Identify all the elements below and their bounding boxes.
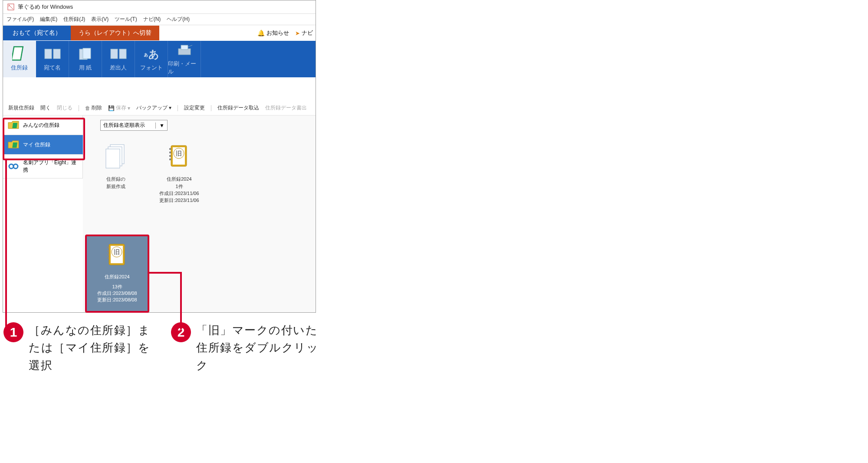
sort-label: 住所録名逆順表示: [103, 122, 145, 129]
navi-label: ナビ: [302, 29, 313, 37]
app-window: 筆ぐるめ for Windows ファイル(F) 編集(E) 住所録(J) 表示…: [3, 0, 316, 313]
tool-backup[interactable]: バックアップ ▾: [136, 104, 171, 112]
card-title: 住所録の: [87, 176, 145, 182]
card-title-2: 新規作成: [87, 183, 145, 190]
card-count: 1件: [151, 183, 208, 190]
svg-rect-32: [107, 254, 109, 255]
svg-rect-11: [12, 123, 17, 128]
tab-row: おもて（宛て名） うら（レイアウト）へ切替 🔔 お知らせ ➤ ナビ: [3, 25, 316, 41]
trash-icon: 🗑: [85, 105, 90, 111]
tab-ura[interactable]: うら（レイアウト）へ切替: [71, 26, 159, 40]
selected-card-wrap: 旧 住所録2024 13件 作成日:2023/08/08 更新日:2023/08…: [85, 235, 149, 313]
card-created: 作成日:2023/08/08: [97, 290, 137, 297]
svg-rect-6: [83, 48, 91, 59]
ribbon-atena[interactable]: 宛て名: [36, 41, 69, 77]
sidebar-item-everyone[interactable]: みんなの住所録: [3, 116, 83, 135]
menu-file[interactable]: ファイル(F): [7, 16, 34, 23]
tool-open[interactable]: 開く: [40, 104, 51, 112]
sidebar-mine-label: マイ 住所録: [23, 141, 50, 149]
book-old-icon: 旧: [106, 242, 128, 268]
content: みんなの住所録 マイ 住所録 名刺アプリ「Eight」連携 住所録名逆順表示 ▼: [3, 116, 316, 312]
ribbon: 住所録 宛て名 用 紙 差出人 ぁあ フォント 印刷・メール: [3, 41, 316, 77]
svg-rect-33: [107, 257, 109, 259]
ribbon-paper[interactable]: 用 紙: [69, 41, 102, 77]
spacer: [3, 77, 316, 101]
link-icon: [7, 161, 20, 172]
tool-settings[interactable]: 設定変更: [184, 104, 205, 112]
menu-help[interactable]: ヘルプ(H): [167, 16, 190, 23]
bell-icon: 🔔: [257, 30, 265, 36]
card-title: 住所録2024: [151, 176, 208, 182]
card-addressbook-2024-selected[interactable]: 旧 住所録2024 13件 作成日:2023/08/08 更新日:2023/08…: [87, 236, 148, 311]
svg-rect-24: [169, 155, 171, 157]
svg-rect-3: [45, 49, 52, 59]
secondary-toolbar: 新規住所録 開く 閉じる 🗑削除 💾保存 ▾ バックアップ ▾ 設定変更 住所録…: [3, 101, 316, 116]
sort-dropdown[interactable]: 住所録名逆順表示 ▼: [100, 120, 168, 131]
annotations: 1 ［みんなの住所録］または［マイ住所録］を選択 2 「旧」マークの付いた住所録…: [3, 321, 326, 374]
svg-rect-4: [53, 49, 60, 59]
ribbon-addressbook[interactable]: 住所録: [3, 41, 36, 77]
tool-save: 💾保存 ▾: [108, 104, 130, 112]
card-count: 13件: [112, 284, 122, 290]
save-icon: 💾: [108, 105, 115, 111]
notice-button[interactable]: 🔔 お知らせ: [254, 29, 293, 37]
card-title: 住所録2024: [105, 274, 129, 280]
title-bar: 筆ぐるめ for Windows: [3, 0, 316, 14]
callout-line-2b: [180, 272, 182, 329]
ribbon-font-label: フォント: [140, 64, 163, 72]
svg-text:旧: 旧: [176, 150, 182, 157]
menu-bar: ファイル(F) 編集(E) 住所録(J) 表示(V) ツール(T) ナビ(N) …: [3, 14, 316, 25]
svg-rect-7: [111, 49, 118, 59]
folder-icon: [7, 139, 20, 150]
svg-rect-25: [169, 159, 171, 160]
svg-rect-8: [119, 49, 126, 59]
tool-new[interactable]: 新規住所録: [8, 104, 34, 112]
svg-rect-10: [181, 45, 188, 50]
sidebar-everyone-label: みんなの住所録: [23, 122, 59, 129]
sidebar-item-mine[interactable]: マイ 住所録: [3, 135, 83, 155]
atena-icon: [44, 46, 61, 62]
tool-export: 住所録データ書出: [265, 104, 307, 112]
card-updated: 更新日:2023/08/08: [97, 297, 137, 303]
cursor-icon: ➤: [295, 30, 300, 36]
ribbon-sender[interactable]: 差出人: [102, 41, 135, 77]
ribbon-sender-label: 差出人: [110, 64, 127, 72]
menu-view[interactable]: 表示(V): [91, 16, 108, 23]
annotation-2: 2 「旧」マークの付いた住所録をダブルクリック: [171, 321, 326, 374]
addressbook-icon: [11, 46, 28, 62]
svg-rect-12: [12, 142, 17, 148]
items-row: 住所録の 新規作成 旧 住所録2024 1件 作成日:2023/11/06 更新…: [87, 139, 311, 204]
svg-rect-17: [106, 149, 120, 168]
tool-delete[interactable]: 🗑削除: [85, 104, 102, 112]
tool-import[interactable]: 住所録データ取込: [217, 104, 259, 112]
printer-icon: [176, 43, 193, 58]
card-new-addressbook[interactable]: 住所録の 新規作成: [87, 139, 145, 204]
window-title: 筆ぐるめ for Windows: [18, 3, 73, 11]
svg-text:旧: 旧: [114, 248, 120, 255]
ribbon-font[interactable]: ぁあ フォント: [135, 41, 168, 77]
ribbon-print-label: 印刷・メール: [168, 60, 201, 76]
sidebar-item-eight[interactable]: 名刺アプリ「Eight」連携: [3, 155, 83, 179]
caret-down-icon: ▼: [155, 122, 164, 129]
sidebar-eight-label: 名刺アプリ「Eight」連携: [23, 159, 78, 174]
sender-icon: [110, 46, 127, 62]
annotation-1: 1 ［みんなの住所録］または［マイ住所録］を選択: [3, 321, 159, 374]
app-icon: [7, 3, 14, 10]
svg-point-14: [13, 164, 18, 169]
notice-label: お知らせ: [266, 29, 289, 37]
menu-tools[interactable]: ツール(T): [115, 16, 137, 23]
ribbon-print[interactable]: 印刷・メール: [168, 41, 201, 77]
menu-navi[interactable]: ナビ(N): [143, 16, 161, 23]
menu-edit[interactable]: 編集(E): [40, 16, 57, 23]
paper-icon: [77, 46, 94, 62]
navi-button[interactable]: ➤ ナビ: [293, 29, 316, 37]
callout-line-2a: [148, 272, 182, 274]
card-addressbook-2024[interactable]: 旧 住所録2024 1件 作成日:2023/11/06 更新日:2023/11/…: [151, 139, 208, 204]
tool-close: 閉じる: [57, 104, 72, 112]
menu-addressbook[interactable]: 住所録(J): [63, 16, 85, 23]
tab-omote[interactable]: おもて（宛て名）: [3, 26, 71, 40]
annotation-1-text: ［みんなの住所録］または［マイ住所録］を選択: [29, 321, 159, 374]
svg-rect-23: [169, 152, 171, 153]
ribbon-atena-label: 宛て名: [44, 64, 61, 72]
svg-rect-22: [169, 148, 171, 150]
